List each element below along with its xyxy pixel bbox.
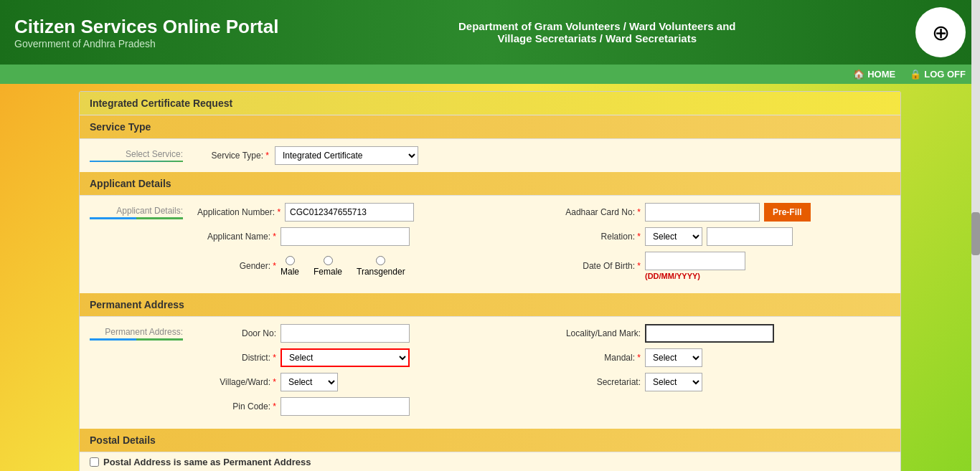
service-type-section-header: Service Type [80,115,900,139]
applicant-name-label: Applicant Name: * [197,232,276,242]
home-icon: 🏠 [853,69,864,80]
app-number-row: Applicant Details: Application Number: *… [90,203,890,222]
same-as-permanent-checkbox[interactable] [90,457,99,467]
postal-section-header: Postal Details [80,429,900,452]
pin-code-input[interactable] [281,397,410,416]
door-no-input[interactable] [281,324,410,343]
gender-transgender-radio[interactable] [376,256,385,265]
scrollbar-thumb[interactable] [971,212,980,255]
relation-label: Relation: * [547,232,641,242]
village-label: Village/Ward: * [197,377,276,387]
portal-subtitle: Government of Andhra Pradesh [14,38,278,49]
postal-same-row: Postal Address is same as Permanent Addr… [80,452,900,471]
mandal-group: Mandal: * Select [547,348,890,367]
door-locality-row: Permanent Address: Door No: Locality/Lan… [90,324,890,343]
applicant-details-side-label: Applicant Details: [90,206,190,219]
page-title: Integrated Certificate Request [90,97,232,109]
header-branding: Citizen Services Online Portal Governmen… [14,16,278,49]
home-label: HOME [867,69,895,80]
permanent-address-header: Permanent Address [80,293,900,317]
applicant-name-input[interactable] [281,227,410,246]
applicant-section-header: Applicant Details [80,172,900,196]
mandal-select[interactable]: Select [645,348,702,367]
permanent-side-label: Permanent Address: [90,327,190,341]
service-type-group: Service Type: * Integrated Certificate [190,146,418,165]
dob-hint: (DD/MM/YYYY) [645,272,745,280]
pin-code-label: Pin Code: * [197,401,276,411]
app-number-group: Application Number: * [197,203,540,222]
applicant-name-group: Applicant Name: * [197,227,540,246]
govt-emblem: ⊕ [915,7,966,57]
permanent-address-form: Permanent Address: Door No: Locality/Lan… [80,317,900,429]
dob-input[interactable] [645,252,745,270]
gender-dob-row: Gender: * Male Female Transgender [90,252,890,280]
door-no-group: Door No: [197,324,540,343]
gender-female: Female [314,256,342,277]
header: Citizen Services Online Portal Governmen… [0,0,980,65]
dob-group: Date Of Birth: * (DD/MM/YYYY) [547,252,890,280]
same-as-permanent-label: Postal Address is same as Permanent Addr… [103,457,311,467]
dob-label: Date Of Birth: * [547,261,641,271]
district-label: District: * [197,353,276,363]
name-relation-row: Applicant Name: * Relation: * SelectFath… [90,227,890,246]
gender-group: Gender: * Male Female Transgender [197,256,540,277]
relation-text-input[interactable] [707,227,793,246]
village-group: Village/Ward: * Select [197,373,540,391]
district-select[interactable]: Select [281,348,410,367]
aadhaar-label: Aadhaar Card No: * [547,207,641,217]
relation-select[interactable]: SelectFatherMotherHusbandSelf [645,227,702,246]
aadhaar-input[interactable] [645,203,760,222]
navbar: 🏠 HOME 🔒 LOG OFF [0,65,980,84]
lock-icon: 🔒 [910,69,921,80]
secretariat-label: Secretariat: [547,377,641,387]
district-mandal-row: District: * Select Mandal: * Select [90,348,890,367]
service-type-row: Select Service: Service Type: * Integrat… [80,139,900,172]
relation-group: Relation: * SelectFatherMotherHusbandSel… [547,227,890,246]
scrollbar[interactable] [971,0,980,471]
pincode-row: Pin Code: * [90,397,890,416]
portal-title: Citizen Services Online Portal [14,16,278,38]
app-number-label: Application Number: * [197,207,281,217]
gender-label: Gender: * [197,261,276,271]
app-number-input[interactable] [285,203,414,222]
select-service-label: Select Service: [90,149,190,162]
main-content: Integrated Certificate Request Service T… [79,91,901,471]
gender-options: Male Female Transgender [281,256,405,277]
gender-female-radio[interactable] [324,256,333,265]
dob-field-group: (DD/MM/YYYY) [645,252,745,280]
logoff-link[interactable]: 🔒 LOG OFF [910,69,966,80]
mandal-label: Mandal: * [547,353,641,363]
secretariat-group: Secretariat: Select [547,373,890,391]
service-type-select[interactable]: Integrated Certificate [275,146,418,165]
secretariat-select[interactable]: Select [645,373,702,391]
logoff-label: LOG OFF [924,69,966,80]
village-select[interactable]: Select [281,373,338,391]
locality-label: Locality/Land Mark: [547,328,641,338]
dept-line2: Village Secretariats / Ward Secretariats [293,32,901,44]
service-type-field-label: Service Type: * [190,151,269,161]
home-link[interactable]: 🏠 HOME [853,69,895,80]
village-secretariat-row: Village/Ward: * Select Secretariat: Sele… [90,373,890,391]
page-title-header: Integrated Certificate Request [80,92,900,115]
dept-info: Department of Gram Volunteers / Ward Vol… [278,20,915,44]
applicant-form: Applicant Details: Application Number: *… [80,196,900,293]
pin-code-group: Pin Code: * [197,397,890,416]
dept-line1: Department of Gram Volunteers / Ward Vol… [293,20,901,32]
aadhaar-group: Aadhaar Card No: * Pre-Fill [547,203,890,222]
locality-input[interactable] [645,324,774,343]
gender-transgender: Transgender [357,256,405,277]
locality-group: Locality/Land Mark: [547,324,890,343]
district-group: District: * Select [197,348,540,367]
gender-male: Male [281,256,299,277]
door-no-label: Door No: [197,328,276,338]
prefill-button[interactable]: Pre-Fill [764,203,811,222]
gender-male-radio[interactable] [286,256,295,265]
